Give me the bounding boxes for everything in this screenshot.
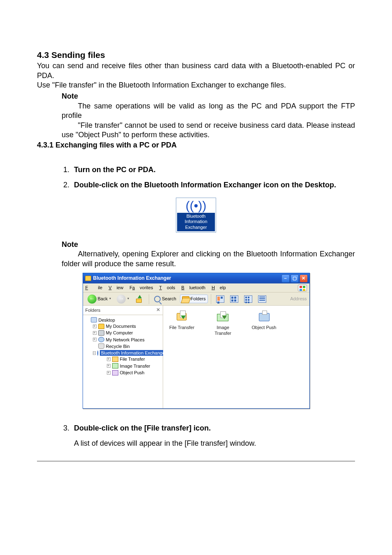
content-pane: File Transfer Image Transfer Object Push — [163, 306, 309, 408]
maximize-button[interactable]: ▢ — [291, 274, 299, 283]
tree-recycle-bin[interactable]: Recycle Bin — [93, 343, 162, 349]
view-icons-button[interactable] — [242, 294, 254, 304]
menu-favorites[interactable]: Favorites — [129, 285, 153, 290]
desktop-icon-label-3: Exchanger — [177, 225, 215, 230]
network-icon — [98, 337, 104, 342]
folder-icon — [98, 324, 104, 329]
note1-line1: The same operations will be valid as lon… — [62, 101, 355, 121]
menu-view[interactable]: View — [108, 285, 123, 290]
explorer-window: Bluetooth Information Exchanger – ▢ ✕ Fi… — [83, 273, 310, 409]
file-transfer-icon — [112, 357, 118, 362]
image-transfer-glyph — [216, 311, 230, 323]
icon-file-transfer-label: File Transfer — [167, 325, 197, 330]
menu-bar: File View Favorites Tools Bluetooth Help — [85, 285, 231, 290]
menu-help[interactable]: Help — [212, 285, 226, 290]
minimize-button[interactable]: – — [281, 274, 290, 283]
desktop-icon-bluetooth-exchanger[interactable]: ((•)) Bluetooth Information Exchanger — [176, 198, 216, 233]
icon-file-transfer[interactable]: File Transfer — [167, 311, 197, 330]
intro-paragraph-1: You can send and receive files other tha… — [37, 61, 355, 81]
up-button[interactable] — [133, 293, 146, 305]
forward-arrow-icon: → — [117, 295, 126, 304]
toolbar-separator — [149, 294, 149, 304]
file-transfer-glyph — [175, 311, 189, 323]
desktop-icon-label-2: Information — [177, 219, 215, 225]
address-label: Address — [290, 296, 307, 302]
view-list-icon — [258, 295, 266, 303]
forward-button[interactable]: → ▾ — [115, 293, 131, 305]
tree-file-transfer[interactable]: +File Transfer — [107, 356, 162, 362]
bluetooth-icon: ((•)) — [177, 200, 215, 212]
step-3: Double-click on the [File transfer] icon… — [71, 424, 355, 449]
footer-rule — [37, 461, 355, 461]
object-push-icon — [112, 370, 118, 375]
menu-tools[interactable]: Tools — [159, 285, 175, 290]
folders-button[interactable]: Folders — [180, 295, 208, 303]
tree-close-button[interactable]: ✕ — [156, 307, 160, 313]
note-label-2: Note — [62, 240, 355, 249]
icon-image-transfer[interactable]: Image Transfer — [208, 311, 238, 336]
step-1: Turn on the PC or PDA. — [71, 165, 355, 175]
icon-object-push-label: Object Push — [249, 325, 279, 330]
computer-icon — [98, 330, 104, 336]
view-thumb-button[interactable] — [214, 294, 226, 304]
back-label: Back — [98, 296, 108, 302]
windows-flag-icon — [298, 285, 307, 291]
back-arrow-icon: ← — [88, 295, 97, 304]
view-list-button[interactable] — [256, 294, 268, 304]
icon-object-push[interactable]: Object Push — [249, 311, 279, 330]
up-icon — [135, 295, 144, 304]
view-tile-button[interactable] — [228, 294, 240, 304]
back-button[interactable]: ← Back ▾ — [85, 293, 113, 305]
folder-icon — [85, 276, 91, 281]
note2-line1: Alternatively, opening Explorer and clic… — [62, 249, 355, 269]
subsection-heading: 4.3.1 Exchanging files with a PC or PDA — [37, 140, 355, 150]
tree-my-documents[interactable]: +My Documents — [93, 323, 162, 329]
step-2: Double-click on the Bluetooth Informatio… — [71, 180, 355, 190]
tree-image-transfer[interactable]: +Image Transfer — [107, 363, 162, 369]
icon-image-transfer-label: Image Transfer — [208, 325, 238, 336]
menu-file[interactable]: File — [85, 285, 103, 290]
toolbar-separator-2 — [211, 294, 211, 304]
search-button[interactable]: Search — [152, 295, 178, 304]
bluetooth-tree-icon — [97, 350, 98, 356]
step-3-text: Double-click on the [File transfer] icon… — [74, 424, 211, 432]
back-dropdown-icon[interactable]: ▾ — [109, 297, 111, 301]
intro-paragraph-2: Use "File transfer" in the Bluetooth Inf… — [37, 81, 355, 90]
forward-dropdown-icon[interactable]: ▾ — [127, 297, 129, 301]
tree-header: Folders — [85, 307, 101, 313]
view-thumb-icon — [216, 295, 224, 303]
desktop-icon — [91, 317, 97, 322]
recycle-icon — [98, 343, 104, 349]
note-label-1: Note — [62, 92, 355, 101]
tree-desktop[interactable]: Desktop — [85, 317, 162, 323]
folders-label: Folders — [191, 296, 206, 302]
step-3-body: A list of devices will appear in the [Fi… — [74, 439, 355, 448]
desktop-icon-label-1: Bluetooth — [177, 214, 215, 219]
window-title: Bluetooth Information Exchanger — [93, 275, 171, 282]
section-heading: 4.3 Sending files — [37, 49, 355, 60]
object-push-glyph — [257, 311, 271, 323]
view-icons-icon — [244, 295, 252, 303]
view-tile-icon — [230, 295, 238, 303]
note1-line2: "File transfer" cannot be used to send o… — [62, 121, 355, 140]
folder-tree: Desktop +My Documents +My Computer +My N… — [83, 315, 163, 379]
image-transfer-icon — [112, 363, 118, 368]
search-icon — [154, 296, 161, 302]
search-label: Search — [162, 296, 176, 302]
step-2-text: Double-click on the Bluetooth Informatio… — [74, 181, 336, 189]
tree-bluetooth-exchanger[interactable]: −Bluetooth Information Exchanger — [93, 350, 162, 356]
tree-my-network[interactable]: +My Network Places — [93, 337, 162, 343]
titlebar[interactable]: Bluetooth Information Exchanger – ▢ ✕ — [83, 273, 309, 283]
folders-icon — [182, 296, 189, 302]
tree-my-computer[interactable]: +My Computer — [93, 330, 162, 336]
menu-bluetooth[interactable]: Bluetooth — [181, 285, 205, 290]
close-button[interactable]: ✕ — [300, 274, 308, 283]
tree-object-push[interactable]: +Object Push — [107, 370, 162, 375]
step-1-text: Turn on the PC or PDA. — [74, 166, 156, 174]
